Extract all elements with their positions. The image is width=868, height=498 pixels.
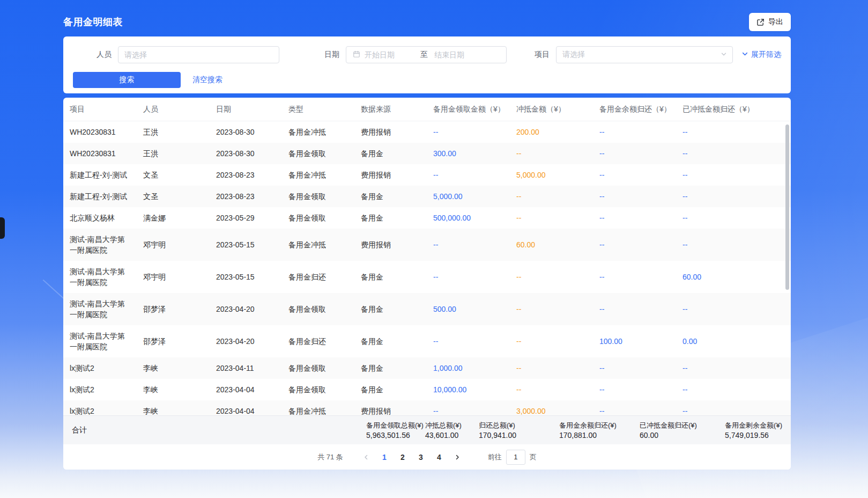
table-row: 测试-南昌大学第一附属医院 邓宇明 2023-05-15 备用金归还 备用金 -… (63, 261, 791, 293)
table-row: 测试-南昌大学第一附属医院 邓宇明 2023-05-15 备用金冲抵 费用报销 … (63, 229, 791, 261)
cell-project: 新建工程-刘-测试 (63, 186, 137, 207)
export-button-label: 导出 (768, 17, 783, 27)
table-header-cell: 已冲抵金额归还（¥） (676, 105, 791, 114)
cell-type: 备用金归还 (282, 266, 354, 288)
calendar-icon (353, 50, 360, 60)
cell-offset-return: -- (676, 143, 791, 164)
cell-balance-return: -- (593, 186, 676, 207)
table-row: 测试-南昌大学第一附属医院 邵梦泽 2023-04-20 备用金领取 备用金 5… (63, 293, 791, 325)
cell-project: 北京顺义杨林 (63, 207, 137, 229)
cell-source: 备用金 (354, 186, 427, 207)
cell-person: 邵梦泽 (137, 331, 210, 352)
cell-offset-amount: -- (510, 331, 593, 352)
summary-item-label: 备用金余额归还(¥) (559, 421, 640, 429)
cell-balance-return: -- (593, 143, 676, 164)
cell-balance-return: -- (593, 357, 676, 379)
cell-date: 2023-04-04 (210, 400, 282, 415)
cell-type: 备用金领取 (282, 143, 354, 164)
cell-withdraw-amount: -- (427, 164, 510, 186)
cell-withdraw-amount: -- (427, 266, 510, 288)
cell-offset-amount: 200.00 (510, 121, 593, 143)
summary-item: 已冲抵金额归还(¥) 60.00 (640, 421, 725, 440)
table-header-row: 项目人员日期类型数据来源备用金领取金额（¥）冲抵金额（¥）备用金余额归还（¥）已… (63, 98, 791, 121)
table-row: 新建工程-刘-测试 文圣 2023-08-23 备用金冲抵 费用报销 -- 5,… (63, 164, 791, 186)
search-button[interactable]: 搜索 (73, 72, 181, 88)
summary-item-label: 归还总额(¥) (479, 421, 559, 429)
cell-offset-return: -- (676, 357, 791, 379)
prev-page-button[interactable] (359, 450, 374, 465)
table-scrollbar-thumb[interactable] (785, 124, 789, 290)
filter-row: 人员 日期 至 (73, 46, 781, 63)
page-number[interactable]: 3 (413, 450, 428, 465)
table-row: 测试-南昌大学第一附属医院 邵梦泽 2023-04-20 备用金归还 备用金 -… (63, 325, 791, 357)
cell-offset-amount: 60.00 (510, 234, 593, 255)
person-select-input[interactable] (118, 47, 279, 63)
cell-offset-amount: 3,000.00 (510, 400, 593, 415)
cell-offset-return: -- (676, 400, 791, 415)
cell-date: 2023-08-23 (210, 186, 282, 207)
cell-withdraw-amount: -- (427, 121, 510, 143)
cell-person: 邓宇明 (137, 234, 210, 255)
cell-source: 备用金 (354, 143, 427, 164)
goto-page-label: 前往 (488, 452, 502, 462)
cell-person: 李峡 (137, 379, 210, 400)
goto-page-input[interactable] (506, 450, 525, 465)
date-end-input[interactable] (431, 47, 487, 63)
pagination-total-text: 共 71 条 (317, 452, 343, 462)
side-drawer-handle[interactable] (0, 217, 5, 239)
cell-withdraw-amount: 1,000.00 (427, 357, 510, 379)
summary-item: 冲抵总额(¥) 43,601.00 (425, 421, 479, 440)
cell-withdraw-amount: -- (427, 331, 510, 352)
project-filter-group: 项目 请选择 (535, 46, 733, 63)
cell-balance-return: 100.00 (593, 331, 676, 352)
date-range-picker[interactable]: 至 (346, 46, 507, 63)
cell-source: 费用报销 (354, 400, 427, 415)
cell-balance-return: -- (593, 164, 676, 186)
summary-item-label: 已冲抵金额归还(¥) (640, 421, 725, 429)
project-select[interactable]: 请选择 (556, 46, 733, 63)
cell-project: 测试-南昌大学第一附属医院 (63, 229, 137, 261)
page-number[interactable]: 1 (377, 450, 392, 465)
cell-withdraw-amount: 300.00 (427, 143, 510, 164)
person-select-field[interactable] (118, 46, 279, 63)
page-number[interactable]: 2 (395, 450, 410, 465)
cell-project: lx测试2 (63, 379, 137, 400)
table-row: WH20230831 王洪 2023-08-30 备用金领取 备用金 300.0… (63, 143, 791, 164)
cell-date: 2023-04-20 (210, 331, 282, 352)
cell-offset-return: -- (676, 121, 791, 143)
cell-withdraw-amount: 500,000.00 (427, 207, 510, 229)
cell-source: 备用金 (354, 266, 427, 288)
cell-project: lx测试2 (63, 357, 137, 379)
table-header-cell: 备用金余额归还（¥） (593, 105, 676, 114)
expand-filters-link[interactable]: 展开筛选 (741, 50, 781, 60)
clear-search-link[interactable]: 清空搜索 (192, 75, 222, 85)
table-header-cell: 日期 (210, 105, 282, 114)
cell-balance-return: -- (593, 379, 676, 400)
summary-row: 合计 备用金领取总额(¥) 5,963,501.56 冲抵总额(¥) 43,60… (63, 415, 791, 444)
cell-date: 2023-04-20 (210, 298, 282, 320)
cell-withdraw-amount: -- (427, 234, 510, 255)
cell-balance-return: -- (593, 121, 676, 143)
export-button[interactable]: 导出 (749, 13, 791, 31)
export-icon (756, 18, 765, 26)
cell-offset-amount: -- (510, 357, 593, 379)
project-filter-label: 项目 (535, 50, 550, 60)
summary-item: 备用金剩余金额(¥) 5,749,019.56 (725, 421, 782, 440)
cell-type: 备用金冲抵 (282, 400, 354, 415)
date-start-input[interactable] (361, 47, 417, 63)
next-page-button[interactable] (450, 450, 465, 465)
page-number[interactable]: 4 (432, 450, 447, 465)
cell-withdraw-amount: -- (427, 400, 510, 415)
cell-person: 文圣 (137, 164, 210, 186)
summary-item: 备用金余额归还(¥) 170,881.00 (559, 421, 640, 440)
cell-balance-return: -- (593, 207, 676, 229)
cell-offset-return: -- (676, 234, 791, 255)
cell-type: 备用金冲抵 (282, 121, 354, 143)
summary-item: 归还总额(¥) 170,941.00 (479, 421, 559, 440)
cell-offset-return: 60.00 (676, 266, 791, 288)
expand-filters-label: 展开筛选 (751, 50, 781, 60)
cell-person: 满金娜 (137, 207, 210, 229)
cell-date: 2023-08-30 (210, 121, 282, 143)
cell-person: 李峡 (137, 357, 210, 379)
project-select-placeholder: 请选择 (562, 50, 585, 60)
